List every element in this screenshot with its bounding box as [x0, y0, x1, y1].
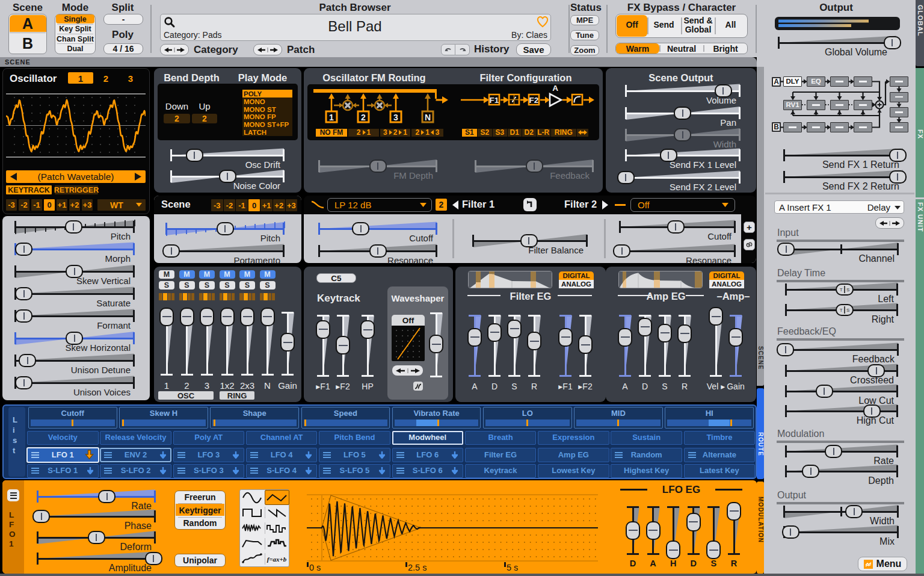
svg-text:2: 2: [361, 113, 366, 122]
svg-text:F1: F1: [490, 96, 499, 105]
svg-text:N: N: [425, 113, 431, 122]
svg-text:f=ax+b: f=ax+b: [267, 556, 287, 563]
svg-text:3: 3: [393, 113, 398, 122]
svg-text:A: A: [552, 84, 558, 93]
svg-text:1: 1: [329, 113, 334, 122]
svg-text:F2: F2: [529, 96, 539, 105]
